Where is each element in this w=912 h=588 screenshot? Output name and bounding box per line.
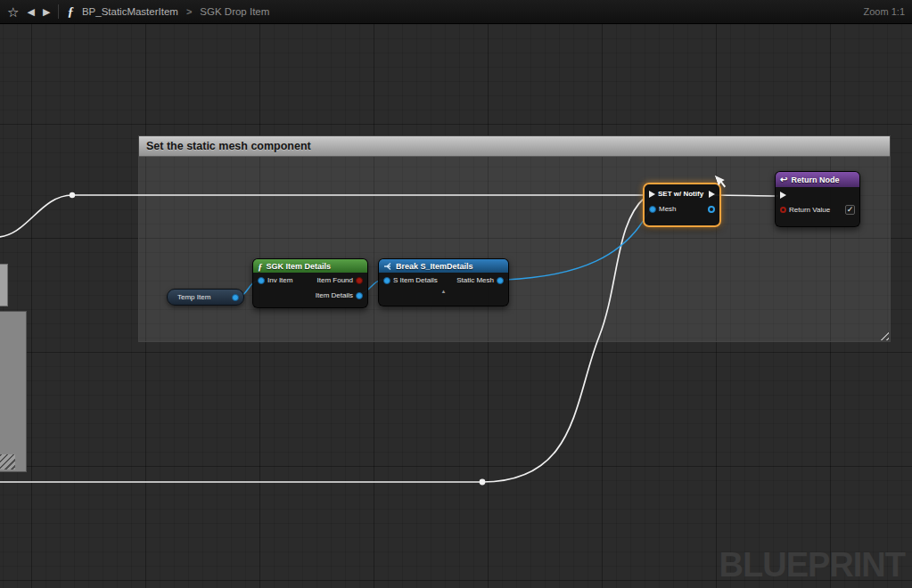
pin-return-value[interactable] xyxy=(780,207,786,213)
node-temp-item[interactable]: Temp Item xyxy=(167,289,244,306)
pin-s-item-details[interactable] xyxy=(383,277,390,284)
pin-set-exec-in[interactable] xyxy=(649,191,655,198)
pin-mesh-label: Mesh xyxy=(659,205,677,213)
break-struct-icon xyxy=(383,262,392,271)
node-return[interactable]: ↩ Return Node Return Value ✓ xyxy=(775,171,860,227)
node-break-itemdetails-title: Break S_ItemDetails xyxy=(396,262,473,271)
pin-inv-item[interactable] xyxy=(258,277,265,284)
return-value-checkbox[interactable]: ✓ xyxy=(845,205,855,215)
node-sgk-item-details-header[interactable]: ƒ SGK Item Details xyxy=(253,259,367,273)
checkmark-icon: ✓ xyxy=(847,206,854,214)
pin-mesh[interactable] xyxy=(649,206,656,213)
node-temp-item-label: Temp Item xyxy=(177,293,232,301)
offscreen-node-edge-top[interactable] xyxy=(0,264,8,306)
blueprint-watermark: BLUEPRINT xyxy=(719,546,905,584)
pin-item-found-label: Item Found xyxy=(317,276,353,284)
comment-box[interactable]: Set the static mesh component xyxy=(138,135,891,342)
node-set-w-notify[interactable]: SET w/ Notify Mesh xyxy=(643,183,721,227)
comment-title[interactable]: Set the static mesh component xyxy=(139,136,890,157)
pin-temp-item-output[interactable] xyxy=(232,294,239,301)
pin-set-exec-out[interactable] xyxy=(709,191,715,198)
function-icon: ƒ xyxy=(67,4,74,20)
pin-row: Return Value ✓ xyxy=(776,202,859,217)
function-icon: ƒ xyxy=(258,261,263,272)
pin-return-exec-in[interactable] xyxy=(780,192,786,199)
pin-row: Item Details xyxy=(253,288,367,303)
node-return-title: Return Node xyxy=(791,176,839,184)
node-set-header-row: SET w/ Notify xyxy=(645,184,719,201)
breadcrumb-root[interactable]: BP_StaticMasterItem xyxy=(82,6,178,17)
node-sgk-item-details-title: SGK Item Details xyxy=(267,262,332,271)
pin-set-output-value[interactable] xyxy=(708,206,715,213)
node-break-itemdetails[interactable]: Break S_ItemDetails S Item Details Stati… xyxy=(378,258,509,306)
pin-item-details-label: Item Details xyxy=(316,291,353,299)
offscreen-node-resize-handle[interactable] xyxy=(0,454,15,470)
top-toolbar: ☆ ◀ ▶ ƒ BP_StaticMasterItem > SGK Drop I… xyxy=(0,0,912,24)
pin-s-item-details-label: S Item Details xyxy=(393,276,438,284)
breadcrumb-chevron-icon: > xyxy=(186,6,192,17)
node-return-header[interactable]: ↩ Return Node xyxy=(776,172,859,187)
pin-row: Mesh xyxy=(645,201,719,216)
node-sgk-item-details[interactable]: ƒ SGK Item Details Inv Item Item Found I… xyxy=(252,258,368,308)
offscreen-node-edge-bottom[interactable] xyxy=(0,311,27,472)
collapse-pins-arrow[interactable]: ▲ xyxy=(379,288,508,296)
breadcrumb-current: SGK Drop Item xyxy=(200,6,269,17)
pin-item-details[interactable] xyxy=(356,292,363,299)
favorite-icon[interactable]: ☆ xyxy=(7,0,19,24)
comment-resize-handle[interactable] xyxy=(877,329,889,340)
pin-row: S Item Details Static Mesh xyxy=(379,273,508,288)
return-icon: ↩ xyxy=(780,176,787,184)
toolbar-divider xyxy=(58,4,59,19)
nav-forward-button[interactable]: ▶ xyxy=(43,0,50,24)
node-set-title: SET w/ Notify xyxy=(658,190,703,198)
zoom-level: Zoom 1:1 xyxy=(864,6,905,17)
nav-back-button[interactable]: ◀ xyxy=(27,0,34,24)
pin-return-value-label: Return Value xyxy=(789,206,830,214)
pin-static-mesh[interactable] xyxy=(497,277,504,284)
node-break-itemdetails-header[interactable]: Break S_ItemDetails xyxy=(379,259,508,273)
pin-row: Inv Item Item Found xyxy=(253,273,367,288)
pin-static-mesh-label: Static Mesh xyxy=(456,276,494,284)
pin-inv-item-label: Inv Item xyxy=(267,276,292,284)
pin-item-found[interactable] xyxy=(356,277,363,284)
pin-row xyxy=(776,187,859,202)
